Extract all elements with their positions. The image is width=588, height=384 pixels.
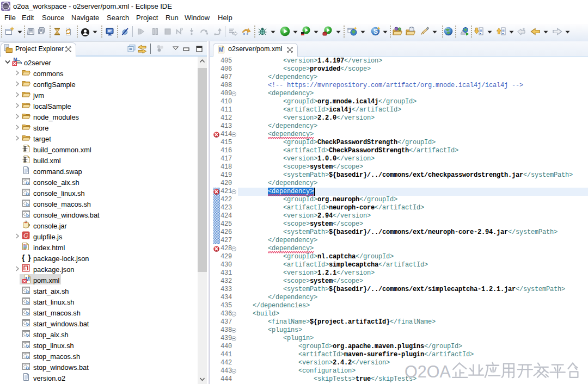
svg-text:O2OA: O2OA xyxy=(405,362,451,381)
svg-text:M: M xyxy=(219,47,223,53)
svg-text:G: G xyxy=(23,231,28,239)
svg-text:S: S xyxy=(373,28,378,35)
